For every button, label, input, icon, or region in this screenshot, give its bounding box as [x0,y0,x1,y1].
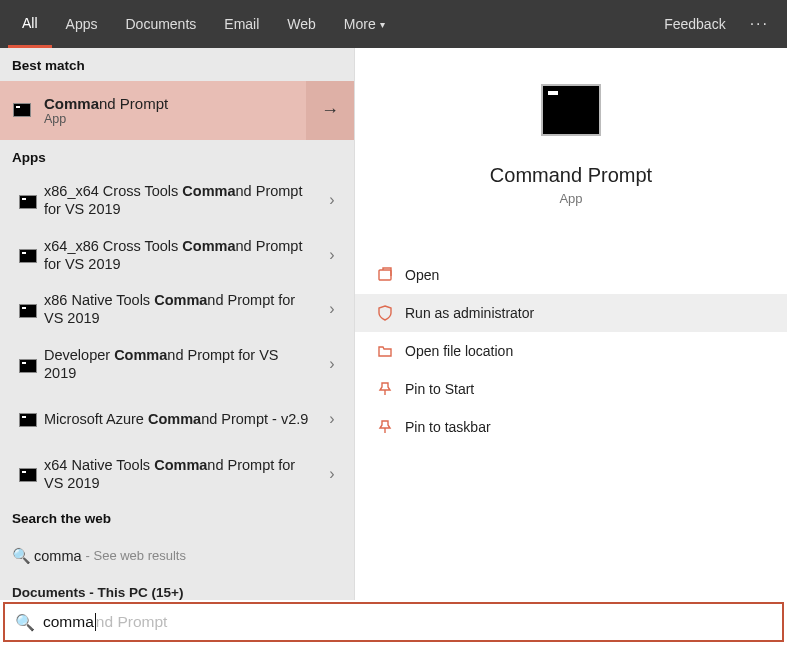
expand-result[interactable]: › [320,465,344,483]
action-open[interactable]: Open [355,256,787,294]
app-result[interactable]: x86 Native Tools Command Prompt for VS 2… [0,282,354,337]
app-result[interactable]: x64 Native Tools Command Prompt for VS 2… [0,446,354,501]
tab-all[interactable]: All [8,0,52,48]
action-open-file-location[interactable]: Open file location [355,332,787,370]
shield-icon [377,305,405,321]
app-result[interactable]: Developer Command Prompt for VS 2019 › [0,337,354,392]
folder-icon [377,343,405,359]
command-prompt-icon [19,359,37,373]
expand-result[interactable]: › [320,355,344,373]
command-prompt-icon [541,84,601,136]
results-panel: Best match Command Prompt App → Apps x86… [0,48,354,600]
pin-icon [377,419,405,435]
command-prompt-icon [19,304,37,318]
search-icon: 🔍 [15,613,35,632]
pin-icon [377,381,405,397]
search-typed-text: comma [43,613,94,631]
arrow-right-icon: → [321,100,339,121]
app-result[interactable]: Microsoft Azure Command Prompt - v2.9 › [0,392,354,447]
search-icon: 🔍 [12,547,34,565]
action-run-as-administrator[interactable]: Run as administrator [355,294,787,332]
tab-email[interactable]: Email [210,0,273,48]
svg-rect-0 [379,270,391,280]
preview-panel: Command Prompt App Open Run as administr… [354,48,787,600]
best-match-header: Best match [0,48,354,81]
web-result[interactable]: 🔍 comma - See web results [0,534,354,577]
app-result[interactable]: x64_x86 Cross Tools Command Prompt for V… [0,227,354,282]
best-match-subtitle: App [44,112,306,126]
more-options-button[interactable]: ··· [740,15,779,33]
expand-result[interactable]: › [320,300,344,318]
best-match-title: Command Prompt [44,95,306,112]
tab-documents[interactable]: Documents [111,0,210,48]
expand-result[interactable]: › [320,191,344,209]
search-web-header: Search the web [0,501,354,534]
app-result[interactable]: x86_x64 Cross Tools Command Prompt for V… [0,173,354,228]
action-pin-to-start[interactable]: Pin to Start [355,370,787,408]
command-prompt-icon [19,413,37,427]
documents-header: Documents - This PC (15+) [0,577,354,600]
best-match-expand[interactable]: → [306,81,354,140]
command-prompt-icon [13,103,31,117]
tab-apps[interactable]: Apps [52,0,112,48]
expand-result[interactable]: › [320,246,344,264]
tab-more[interactable]: More▾ [330,0,399,48]
preview-subtitle: App [559,191,582,206]
search-scope-tabs: All Apps Documents Email Web More▾ Feedb… [0,0,787,48]
chevron-down-icon: ▾ [380,19,385,30]
expand-result[interactable]: › [320,410,344,428]
search-autocomplete: nd Prompt [96,613,168,631]
search-input[interactable]: 🔍 command Prompt [3,602,784,642]
open-icon [377,267,405,283]
command-prompt-icon [19,468,37,482]
preview-title: Command Prompt [490,164,652,187]
tab-web[interactable]: Web [273,0,330,48]
best-match-result[interactable]: Command Prompt App → [0,81,354,140]
command-prompt-icon [19,195,37,209]
action-pin-to-taskbar[interactable]: Pin to taskbar [355,408,787,446]
apps-header: Apps [0,140,354,173]
feedback-link[interactable]: Feedback [650,16,739,32]
command-prompt-icon [19,249,37,263]
